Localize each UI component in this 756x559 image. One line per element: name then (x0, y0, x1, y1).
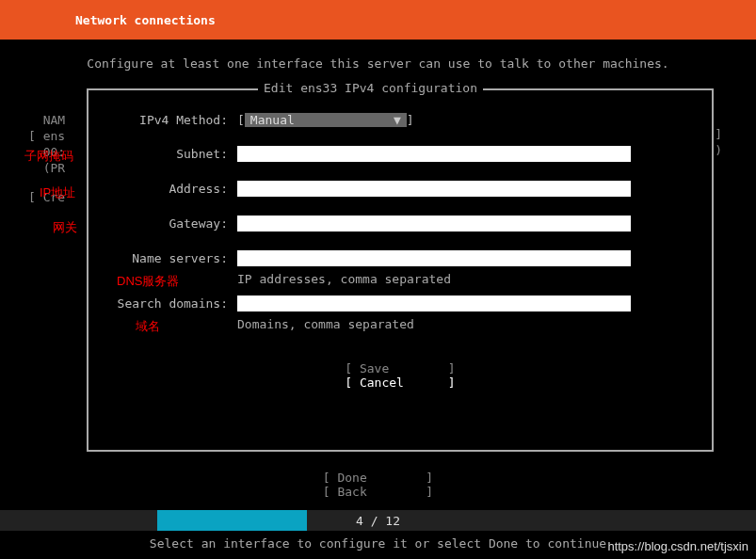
method-dropdown[interactable]: Manual ▼ (245, 113, 407, 127)
address-input[interactable] (237, 181, 631, 197)
cancel-button[interactable]: [ Cancel ] (107, 375, 693, 390)
dialog-buttons: [ Save ] [ Cancel ] (107, 361, 693, 390)
progress-bar: 4 / 12 (0, 510, 756, 531)
nameservers-input[interactable] (237, 250, 631, 266)
method-value: Manual (250, 113, 295, 127)
watermark: https://blog.csdn.net/tjsxin (607, 539, 748, 553)
footer-buttons: [ Done ] [ Back ] (0, 471, 756, 499)
done-button[interactable]: [ Done ] (0, 471, 756, 485)
subnet-input[interactable] (237, 146, 631, 162)
dialog-title: Edit ens33 IPv4 configuration (258, 81, 483, 95)
annot-subnet: 子网掩码 (24, 148, 73, 165)
annot-address: IP地址 (40, 184, 75, 201)
method-row: IPv4 Method: [ Manual ▼ ] (107, 113, 693, 127)
subnet-label: Subnet: (107, 147, 228, 161)
address-row: IP地址 Address: (107, 181, 693, 197)
nameservers-hint: IP addresses, comma separated (237, 272, 693, 286)
search-input[interactable] (237, 295, 631, 311)
header-title: Network connections (75, 13, 216, 27)
gateway-input[interactable] (237, 216, 631, 232)
subnet-row: 子网掩码 Subnet: (107, 146, 693, 162)
header: Network connections (0, 0, 756, 40)
search-hint: Domains, comma separated (237, 317, 693, 331)
bg-rbr2: ) (715, 143, 722, 157)
annot-dns: DNS服务器 (117, 274, 179, 288)
bg-rbr1: ] (715, 127, 722, 141)
method-label: IPv4 Method: (107, 113, 228, 127)
address-label: Address: (107, 182, 228, 196)
back-button[interactable]: [ Back ] (0, 485, 756, 499)
search-label: Search domains: (107, 296, 228, 311)
chevron-down-icon: ▼ (394, 113, 401, 127)
dialog: Edit ens33 IPv4 configuration IPv4 Metho… (87, 88, 714, 452)
annot-gateway: 网关 (53, 219, 77, 236)
save-button[interactable]: [ Save ] (107, 361, 693, 375)
annot-domain: 域名 (136, 319, 160, 333)
gateway-row: 网关 Gateway: (107, 216, 693, 232)
nameservers-label: Name servers: (107, 251, 228, 265)
subtitle: Configure at least one interface this se… (0, 56, 756, 71)
progress-text: 4 / 12 (0, 514, 756, 528)
gateway-label: Gateway: (107, 216, 228, 231)
nameservers-row: Name servers: (107, 250, 693, 266)
search-row: Search domains: (107, 295, 693, 311)
